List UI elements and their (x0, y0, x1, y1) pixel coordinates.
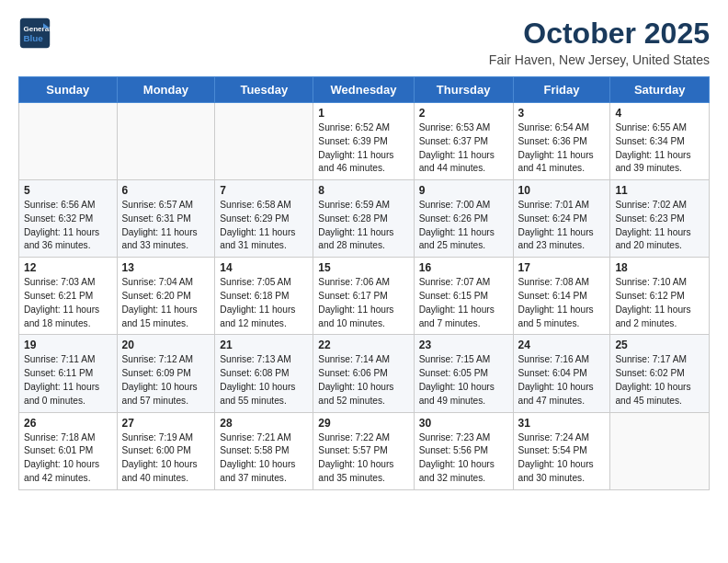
day-header-friday: Friday (513, 77, 610, 103)
day-info: Sunrise: 7:00 AM Sunset: 6:26 PM Dayligh… (419, 199, 508, 253)
day-number: 10 (518, 184, 606, 197)
day-info: Sunrise: 7:14 AM Sunset: 6:06 PM Dayligh… (318, 353, 408, 408)
day-number: 27 (122, 417, 210, 430)
day-number: 14 (220, 261, 308, 274)
calendar-day-25: 25Sunrise: 7:17 AM Sunset: 6:02 PM Dayli… (610, 335, 710, 412)
day-number: 15 (318, 261, 408, 274)
day-info: Sunrise: 6:57 AM Sunset: 6:31 PM Dayligh… (122, 199, 210, 253)
calendar-day-15: 15Sunrise: 7:06 AM Sunset: 6:17 PM Dayli… (313, 258, 414, 335)
calendar-day-22: 22Sunrise: 7:14 AM Sunset: 6:06 PM Dayli… (313, 335, 414, 412)
calendar-week-row: 12Sunrise: 7:03 AM Sunset: 6:21 PM Dayli… (19, 258, 710, 335)
day-number: 11 (615, 184, 704, 197)
header-row: SundayMondayTuesdayWednesdayThursdayFrid… (19, 77, 710, 103)
calendar-day-27: 27Sunrise: 7:19 AM Sunset: 6:00 PM Dayli… (117, 412, 215, 489)
day-number: 26 (24, 417, 112, 430)
calendar-day-28: 28Sunrise: 7:21 AM Sunset: 5:58 PM Dayli… (215, 412, 313, 489)
calendar-week-row: 19Sunrise: 7:11 AM Sunset: 6:11 PM Dayli… (19, 335, 710, 412)
day-number: 5 (24, 184, 112, 197)
day-header-sunday: Sunday (19, 77, 118, 103)
day-number: 20 (122, 339, 210, 351)
logo-icon: General Blue (18, 17, 51, 50)
svg-text:Blue: Blue (23, 33, 43, 43)
header: General Blue October 2025 Fair Haven, Ne… (18, 17, 710, 67)
calendar-day-8: 8Sunrise: 6:59 AM Sunset: 6:28 PM Daylig… (313, 180, 414, 258)
day-header-wednesday: Wednesday (313, 77, 414, 103)
calendar-day-9: 9Sunrise: 7:00 AM Sunset: 6:26 PM Daylig… (414, 180, 513, 258)
day-info: Sunrise: 6:54 AM Sunset: 6:36 PM Dayligh… (518, 121, 606, 176)
day-info: Sunrise: 6:53 AM Sunset: 6:37 PM Dayligh… (419, 121, 508, 176)
title-area: October 2025 Fair Haven, New Jersey, Uni… (489, 17, 710, 67)
empty-cell (117, 103, 215, 180)
day-info: Sunrise: 7:05 AM Sunset: 6:18 PM Dayligh… (220, 276, 308, 330)
day-header-thursday: Thursday (414, 77, 513, 103)
calendar-day-26: 26Sunrise: 7:18 AM Sunset: 6:01 PM Dayli… (19, 412, 118, 489)
day-number: 4 (615, 107, 704, 120)
day-number: 31 (518, 417, 606, 430)
calendar-day-31: 31Sunrise: 7:24 AM Sunset: 5:54 PM Dayli… (513, 412, 610, 489)
empty-cell (19, 103, 118, 180)
calendar-day-7: 7Sunrise: 6:58 AM Sunset: 6:29 PM Daylig… (215, 180, 313, 258)
page: General Blue October 2025 Fair Haven, Ne… (0, 0, 728, 507)
day-info: Sunrise: 7:18 AM Sunset: 6:01 PM Dayligh… (24, 431, 112, 486)
day-info: Sunrise: 6:59 AM Sunset: 6:28 PM Dayligh… (318, 199, 408, 253)
day-info: Sunrise: 7:15 AM Sunset: 6:05 PM Dayligh… (419, 353, 508, 408)
calendar-day-2: 2Sunrise: 6:53 AM Sunset: 6:37 PM Daylig… (414, 103, 513, 180)
day-info: Sunrise: 7:07 AM Sunset: 6:15 PM Dayligh… (419, 276, 508, 330)
day-number: 28 (220, 417, 308, 430)
calendar-day-1: 1Sunrise: 6:52 AM Sunset: 6:39 PM Daylig… (313, 103, 414, 180)
day-number: 12 (24, 261, 112, 274)
calendar-day-29: 29Sunrise: 7:22 AM Sunset: 5:57 PM Dayli… (313, 412, 414, 489)
calendar-day-21: 21Sunrise: 7:13 AM Sunset: 6:08 PM Dayli… (215, 335, 313, 412)
day-info: Sunrise: 7:06 AM Sunset: 6:17 PM Dayligh… (318, 276, 408, 330)
day-number: 21 (220, 339, 308, 351)
calendar-day-13: 13Sunrise: 7:04 AM Sunset: 6:20 PM Dayli… (117, 258, 215, 335)
month-title: October 2025 (489, 17, 710, 51)
calendar-day-6: 6Sunrise: 6:57 AM Sunset: 6:31 PM Daylig… (117, 180, 215, 258)
calendar-day-23: 23Sunrise: 7:15 AM Sunset: 6:05 PM Dayli… (414, 335, 513, 412)
day-number: 16 (419, 261, 508, 274)
day-number: 8 (318, 184, 408, 197)
day-info: Sunrise: 7:03 AM Sunset: 6:21 PM Dayligh… (24, 276, 112, 330)
day-info: Sunrise: 7:23 AM Sunset: 5:56 PM Dayligh… (419, 431, 508, 486)
calendar-day-16: 16Sunrise: 7:07 AM Sunset: 6:15 PM Dayli… (414, 258, 513, 335)
day-number: 29 (318, 417, 408, 430)
day-info: Sunrise: 7:12 AM Sunset: 6:09 PM Dayligh… (122, 353, 210, 408)
calendar-day-11: 11Sunrise: 7:02 AM Sunset: 6:23 PM Dayli… (610, 180, 710, 258)
empty-cell (610, 412, 710, 489)
calendar-day-18: 18Sunrise: 7:10 AM Sunset: 6:12 PM Dayli… (610, 258, 710, 335)
calendar-day-4: 4Sunrise: 6:55 AM Sunset: 6:34 PM Daylig… (610, 103, 710, 180)
day-info: Sunrise: 7:22 AM Sunset: 5:57 PM Dayligh… (318, 431, 408, 486)
calendar-table: SundayMondayTuesdayWednesdayThursdayFrid… (18, 76, 710, 490)
calendar-day-24: 24Sunrise: 7:16 AM Sunset: 6:04 PM Dayli… (513, 335, 610, 412)
day-number: 24 (518, 339, 606, 351)
day-info: Sunrise: 7:17 AM Sunset: 6:02 PM Dayligh… (615, 353, 704, 408)
day-info: Sunrise: 6:58 AM Sunset: 6:29 PM Dayligh… (220, 199, 308, 253)
calendar-day-30: 30Sunrise: 7:23 AM Sunset: 5:56 PM Dayli… (414, 412, 513, 489)
day-info: Sunrise: 7:16 AM Sunset: 6:04 PM Dayligh… (518, 353, 606, 408)
day-number: 7 (220, 184, 308, 197)
calendar-day-5: 5Sunrise: 6:56 AM Sunset: 6:32 PM Daylig… (19, 180, 118, 258)
day-number: 19 (24, 339, 112, 351)
day-number: 23 (419, 339, 508, 351)
day-number: 1 (318, 107, 408, 120)
calendar-week-row: 5Sunrise: 6:56 AM Sunset: 6:32 PM Daylig… (19, 180, 710, 258)
day-number: 18 (615, 261, 704, 274)
calendar-day-14: 14Sunrise: 7:05 AM Sunset: 6:18 PM Dayli… (215, 258, 313, 335)
day-info: Sunrise: 7:11 AM Sunset: 6:11 PM Dayligh… (24, 353, 112, 408)
day-info: Sunrise: 7:01 AM Sunset: 6:24 PM Dayligh… (518, 199, 606, 253)
day-info: Sunrise: 7:02 AM Sunset: 6:23 PM Dayligh… (615, 199, 704, 253)
location: Fair Haven, New Jersey, United States (489, 52, 710, 67)
day-info: Sunrise: 7:21 AM Sunset: 5:58 PM Dayligh… (220, 431, 308, 486)
day-info: Sunrise: 7:19 AM Sunset: 6:00 PM Dayligh… (122, 431, 210, 486)
day-info: Sunrise: 6:55 AM Sunset: 6:34 PM Dayligh… (615, 121, 704, 176)
calendar-week-row: 1Sunrise: 6:52 AM Sunset: 6:39 PM Daylig… (19, 103, 710, 180)
day-info: Sunrise: 7:24 AM Sunset: 5:54 PM Dayligh… (518, 431, 606, 486)
calendar-day-19: 19Sunrise: 7:11 AM Sunset: 6:11 PM Dayli… (19, 335, 118, 412)
day-info: Sunrise: 6:52 AM Sunset: 6:39 PM Dayligh… (318, 121, 408, 176)
day-number: 9 (419, 184, 508, 197)
day-number: 6 (122, 184, 210, 197)
day-number: 17 (518, 261, 606, 274)
day-number: 22 (318, 339, 408, 351)
day-number: 3 (518, 107, 606, 120)
empty-cell (215, 103, 313, 180)
